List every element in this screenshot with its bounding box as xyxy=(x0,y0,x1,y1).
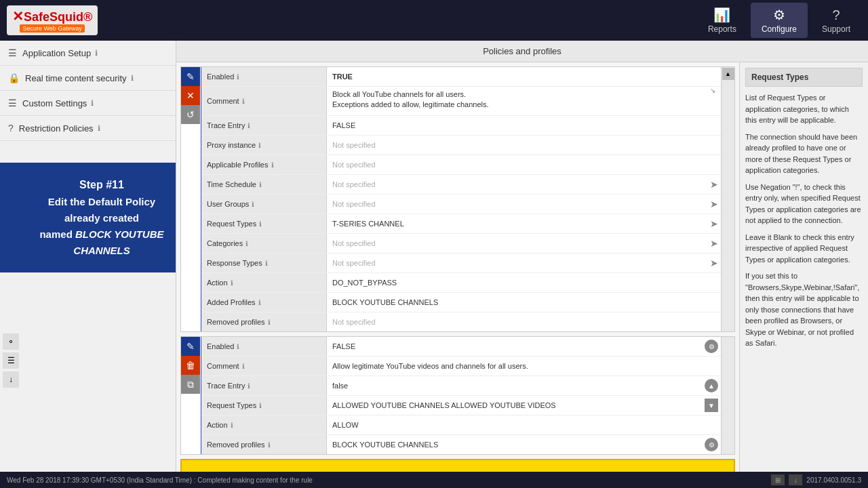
policy1-added-value: BLOCK YOUTUBE CHANNELS xyxy=(327,296,721,309)
sidebar-icon-1[interactable]: ⚬ xyxy=(3,333,19,350)
policy1-response-row: Response Types ℹ Not specified ➤ xyxy=(201,253,721,273)
policy1-comment-value: Block all YouTube channels for all users… xyxy=(327,87,710,113)
policy1-scroll: ▲ xyxy=(721,67,734,331)
support-icon: ? xyxy=(832,7,840,23)
policy2-settings-icon[interactable]: ⚙ xyxy=(705,340,718,353)
policy1-proxy-label: Proxy instance ℹ xyxy=(201,136,327,155)
nav-configure[interactable]: ⚙ Configure xyxy=(751,3,808,38)
sidebar-custom-label: Custom Settings xyxy=(22,98,87,108)
restriction-help-icon: ℹ xyxy=(98,124,100,133)
policy2-removed-row: Removed profiles ℹ BLOCK YOUTUBE CHANNEL… xyxy=(201,435,721,454)
removed-help-icon: ℹ xyxy=(268,319,271,326)
content-area: ✎ ✕ ↺ Enabled ℹ xyxy=(176,62,868,472)
sidebar-item-restriction[interactable]: ? Restriction Policies ℹ xyxy=(0,116,176,141)
policy1-delete-btn[interactable]: ✕ xyxy=(181,86,200,105)
policy1-request-label: Request Types ℹ xyxy=(201,214,327,233)
right-panel: Request Types List of Request Types or a… xyxy=(739,62,868,472)
realtime-help-icon: ℹ xyxy=(131,74,134,83)
statusbar-text: Wed Feb 28 2018 17:39:30 GMT+0530 (India… xyxy=(7,476,313,484)
configure-icon: ⚙ xyxy=(773,7,785,23)
action-help-icon: ℹ xyxy=(231,279,233,287)
policy1-reset-btn[interactable]: ↺ xyxy=(181,105,200,124)
sidebar-icon-2[interactable]: ☰ xyxy=(3,352,19,369)
policy1-time-value: Not specified xyxy=(327,178,710,191)
realtime-icon: 🔒 xyxy=(8,73,20,83)
statusbar-version: 2017.0403.0051.3 xyxy=(806,476,861,484)
policy1-added-label: Added Profiles ℹ xyxy=(201,293,327,312)
right-panel-p2: The connection should have been already … xyxy=(745,131,863,176)
tooltip-policy-name: BLOCK YOUTUBE CHANNELS xyxy=(73,228,163,256)
scroll-up-btn[interactable]: ▲ xyxy=(722,68,734,80)
policy2-delete-btn[interactable]: 🗑 xyxy=(181,356,200,375)
logo-sub: Secure Web Gateway xyxy=(20,24,84,33)
categories-nav-icon: ➤ xyxy=(710,238,721,249)
statusbar-icon2[interactable]: ↓ xyxy=(789,474,802,485)
time-nav-icon: ➤ xyxy=(710,179,721,190)
statusbar-icon1[interactable]: ⊞ xyxy=(771,474,785,485)
policy1-user-row: User Groups ℹ Not specified ➤ xyxy=(201,195,721,214)
policy2-removed-value: BLOCK YOUTUBE CHANNELS xyxy=(327,438,705,451)
policy2-edit-btn[interactable]: ✎ xyxy=(181,337,200,356)
p2-action-help: ℹ xyxy=(231,422,233,429)
nav-configure-label: Configure xyxy=(762,24,797,34)
app-setup-help-icon: ℹ xyxy=(95,49,98,58)
p2-enabled-help-icon: ℹ xyxy=(237,343,239,350)
policy2-comment-row: Comment ℹ Allow legitimate YouTube video… xyxy=(201,357,721,376)
policy-block-1: ✎ ✕ ↺ Enabled ℹ xyxy=(180,66,735,332)
policy1-edit-btn[interactable]: ✎ xyxy=(181,67,200,86)
policy2-trace-scroll-up[interactable]: ▲ xyxy=(705,379,718,392)
nav-reports-label: Reports xyxy=(708,24,736,34)
response-help-icon: ℹ xyxy=(265,260,268,267)
policy2-removed-settings[interactable]: ⚙ xyxy=(705,438,718,451)
policy2-request-scroll[interactable]: ▼ xyxy=(705,399,718,412)
policy2-enabled-label: Enabled ℹ xyxy=(201,337,327,356)
policy2-action-label: Action ℹ xyxy=(201,415,327,434)
policy-block-2: ✎ 🗑 ⧉ Enabled ℹ FALSE xyxy=(180,336,735,455)
policy1-comment-row: Comment ℹ Block all YouTube channels for… xyxy=(201,87,721,116)
policy2-trace-row: Trace Entry ℹ false ▲ xyxy=(201,376,721,396)
step-tooltip: Step #11 Edit the Default Policy already… xyxy=(0,163,176,272)
form-area: ✎ ✕ ↺ Enabled ℹ xyxy=(176,62,739,472)
policy2-action-value: ALLOW xyxy=(327,418,721,432)
nav-support-label: Support xyxy=(822,24,850,34)
policy1-request-row: Request Types ℹ T-SERIES CHANNEL ➤ xyxy=(201,214,721,234)
policy1-added-row: Added Profiles ℹ BLOCK YOUTUBE CHANNELS xyxy=(201,293,721,312)
instruction-bar: Select T-SERIES CHANNEL in Request Types… xyxy=(180,459,735,472)
policy1-removed-label: Removed profiles ℹ xyxy=(201,312,327,331)
statusbar: Wed Feb 28 2018 17:39:30 GMT+0530 (India… xyxy=(0,472,868,488)
sidebar-icon-3[interactable]: ↓ xyxy=(3,371,19,388)
policy2-request-label: Request Types ℹ xyxy=(201,396,327,415)
policy1-removed-row: Removed profiles ℹ Not specified xyxy=(201,312,721,331)
sidebar-item-custom-settings[interactable]: ☰ Custom Settings ℹ xyxy=(0,91,176,116)
policy1-request-value: T-SERIES CHANNEL xyxy=(327,217,710,230)
sidebar-item-app-setup[interactable]: ☰ Application Setup ℹ xyxy=(0,41,176,66)
right-panel-title: Request Types xyxy=(745,68,863,87)
comment-help-icon: ℹ xyxy=(242,98,245,105)
p2-request-help: ℹ xyxy=(259,402,262,409)
policy1-categories-label: Categories ℹ xyxy=(201,234,327,253)
sidebar-item-realtime[interactable]: 🔒 Real time content security ℹ xyxy=(0,66,176,91)
policy1-action-label: Action ℹ xyxy=(201,273,327,292)
policy1-time-label: Time Schedule ℹ xyxy=(201,175,327,194)
trace-help-icon: ℹ xyxy=(248,122,250,129)
nav-reports[interactable]: 📊 Reports xyxy=(697,3,747,38)
policy1-fields: Enabled ℹ TRUE Comment xyxy=(201,67,721,331)
p2-trace-help: ℹ xyxy=(248,382,250,390)
policy2-comment-label: Comment ℹ xyxy=(201,357,327,375)
policy2-copy-btn[interactable]: ⧉ xyxy=(181,375,200,394)
enabled-help-icon: ℹ xyxy=(237,73,239,81)
policy1-proxy-value: Not specified xyxy=(327,138,721,152)
sidebar: ☰ Application Setup ℹ 🔒 Real time conten… xyxy=(0,41,176,472)
right-panel-p3: Use Negation "!", to check this entry on… xyxy=(745,182,863,226)
policy2-removed-label: Removed profiles ℹ xyxy=(201,435,327,454)
policy1-comment-label: Comment ℹ xyxy=(201,87,327,115)
policy2-action-row: Action ℹ ALLOW xyxy=(201,415,721,435)
sidebar-realtime-label: Real time content security xyxy=(25,73,127,83)
policy1-user-value: Not specified xyxy=(327,197,710,211)
logo-title: ✕SafeSquid® xyxy=(12,8,92,24)
policy2-actions: ✎ 🗑 ⧉ xyxy=(181,337,201,454)
nav-support[interactable]: ? Support xyxy=(811,3,861,38)
policy2-request-row: Request Types ℹ ALLOWED YOUTUBE CHANNELS… xyxy=(201,396,721,415)
policy1-applicable-row: Applicable Profiles ℹ Not specified xyxy=(201,155,721,175)
resize-icon: ↘ xyxy=(710,87,715,94)
